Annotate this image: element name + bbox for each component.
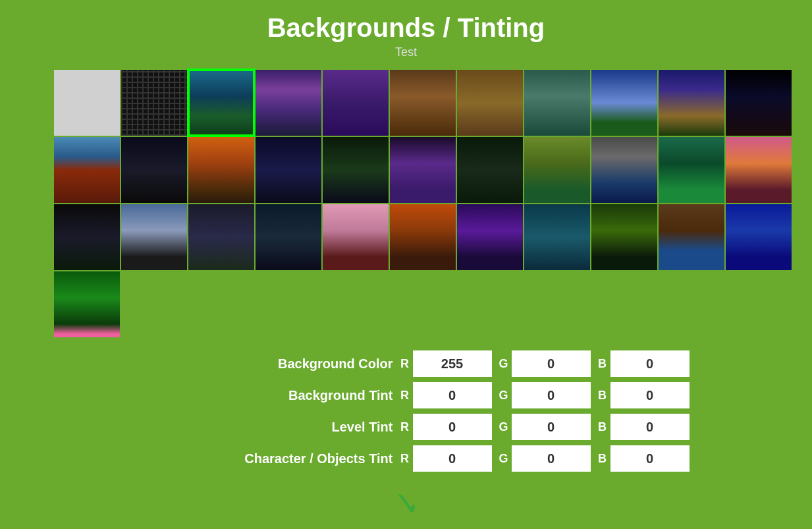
bg-tint-g-input[interactable] [512, 382, 591, 408]
level-tint-b-letter: B [597, 420, 608, 434]
thumb-1-5[interactable] [323, 70, 389, 136]
level-tint-r-letter: R [400, 420, 410, 434]
background-color-row: Background Color R G B [196, 350, 703, 377]
background-tint-row: Background Tint R G B [196, 382, 703, 408]
objects-tint-row: Character / Objects Tint R G B [196, 445, 703, 472]
bg-color-g-group: G [499, 350, 591, 377]
checkmark-row: ✓ [0, 485, 812, 523]
level-tint-g-group: G [499, 414, 591, 440]
controls-area: Background Color R G B Background Tint R… [110, 350, 703, 472]
thumb-row-4 [54, 271, 795, 337]
background-color-label: Background Color [196, 356, 400, 372]
bg-color-b-group: B [597, 350, 690, 377]
thumb-1-2[interactable] [121, 70, 187, 136]
page-subtitle: Test [0, 45, 812, 59]
level-tint-label: Level Tint [196, 420, 400, 435]
objects-tint-label: Character / Objects Tint [196, 451, 400, 466]
thumb-1-3[interactable] [188, 70, 254, 136]
thumb-row-3 [54, 204, 795, 270]
thumb-2-1[interactable] [54, 137, 120, 203]
thumb-row-1 [54, 70, 795, 136]
thumb-2-2[interactable] [121, 137, 187, 203]
thumb-2-4[interactable] [256, 137, 321, 203]
level-tint-r-input[interactable] [413, 414, 492, 440]
thumb-3-4[interactable] [256, 204, 321, 270]
thumb-2-10[interactable] [659, 137, 724, 203]
bg-color-b-input[interactable] [610, 350, 690, 377]
thumb-2-9[interactable] [591, 137, 657, 203]
thumb-3-3[interactable] [188, 204, 254, 270]
thumb-2-5[interactable] [323, 137, 389, 203]
page-title: Backgrounds / Tinting [0, 0, 812, 43]
thumb-3-10[interactable] [659, 204, 724, 270]
thumb-3-1[interactable] [54, 204, 120, 270]
thumb-4-1[interactable] [54, 271, 120, 337]
thumb-3-9[interactable] [591, 204, 657, 270]
thumb-1-7[interactable] [457, 70, 523, 136]
thumb-1-6[interactable] [390, 70, 456, 136]
thumb-1-10[interactable] [659, 70, 724, 136]
level-tint-r-group: R [400, 414, 492, 440]
thumb-2-3[interactable] [188, 137, 254, 203]
bg-color-r-letter: R [400, 357, 410, 371]
level-tint-b-group: B [597, 414, 690, 440]
thumb-3-2[interactable] [121, 204, 187, 270]
bg-color-r-group: R [400, 350, 492, 377]
bg-tint-b-group: B [597, 382, 690, 408]
thumb-1-4[interactable] [256, 70, 321, 136]
thumb-1-9[interactable] [591, 70, 657, 136]
bg-color-g-input[interactable] [512, 350, 591, 377]
obj-tint-r-group: R [400, 445, 492, 472]
bg-tint-b-letter: B [597, 389, 608, 403]
level-tint-g-letter: G [499, 420, 509, 434]
thumbnails-container [18, 70, 795, 337]
bg-tint-g-letter: G [499, 389, 509, 403]
thumb-3-6[interactable] [390, 204, 456, 270]
obj-tint-g-input[interactable] [512, 445, 591, 472]
checkmark-icon[interactable]: ✓ [392, 485, 420, 523]
thumb-3-5[interactable] [323, 204, 389, 270]
thumb-2-6[interactable] [390, 137, 456, 203]
bg-tint-b-input[interactable] [610, 382, 690, 408]
obj-tint-r-input[interactable] [413, 445, 492, 472]
thumb-1-1[interactable] [54, 70, 120, 136]
thumb-1-11[interactable] [726, 70, 792, 136]
thumb-2-8[interactable] [524, 137, 590, 203]
bg-color-r-input[interactable] [413, 350, 492, 377]
obj-tint-b-group: B [597, 445, 690, 472]
bg-color-b-letter: B [597, 357, 608, 371]
level-tint-b-input[interactable] [610, 414, 690, 440]
thumb-2-11[interactable] [726, 137, 792, 203]
thumb-2-7[interactable] [457, 137, 523, 203]
background-tint-label: Background Tint [196, 388, 400, 403]
bg-tint-g-group: G [499, 382, 591, 408]
bg-tint-r-input[interactable] [413, 382, 492, 408]
level-tint-g-input[interactable] [512, 414, 591, 440]
bg-color-g-letter: G [499, 357, 509, 371]
thumb-3-7[interactable] [457, 204, 523, 270]
obj-tint-b-letter: B [597, 452, 608, 466]
level-tint-row: Level Tint R G B [196, 414, 703, 440]
obj-tint-g-group: G [499, 445, 591, 472]
bg-tint-r-letter: R [400, 389, 410, 403]
bg-tint-r-group: R [400, 382, 492, 408]
thumb-3-11[interactable] [726, 204, 792, 270]
thumb-1-8[interactable] [524, 70, 590, 136]
thumb-row-2 [54, 137, 795, 203]
obj-tint-r-letter: R [400, 452, 410, 466]
obj-tint-b-input[interactable] [610, 445, 690, 472]
thumb-3-8[interactable] [524, 204, 590, 270]
obj-tint-g-letter: G [499, 452, 509, 466]
